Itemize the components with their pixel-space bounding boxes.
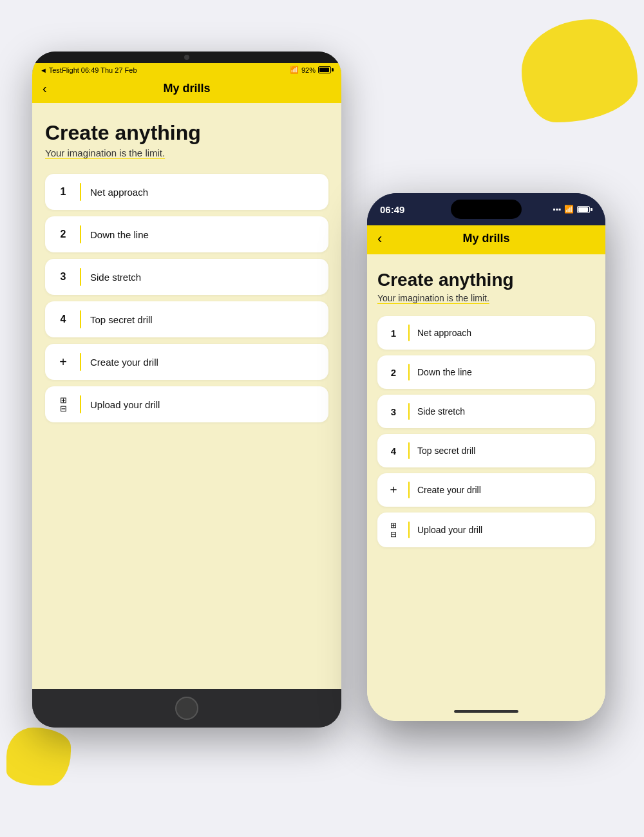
phone-drill-label-4: Top secret drill: [417, 446, 475, 456]
tablet-bottom-bar: [32, 689, 341, 728]
phone-drill-item-1[interactable]: 1 Net approach: [377, 316, 595, 350]
drill-number-3: 3: [55, 271, 71, 283]
phone-drill-label-1: Net approach: [417, 328, 471, 338]
phone-wifi-icon: 📶: [564, 205, 574, 214]
battery-icon: [318, 66, 334, 73]
drill-label-1: Net approach: [90, 187, 148, 198]
tablet-drill-item-2[interactable]: 2 Down the line: [45, 216, 328, 252]
tablet-nav-title: My drills: [163, 82, 210, 95]
tablet-device: ◄ TestFlight 06:49 Thu 27 Feb 📶 92% ‹ My…: [32, 52, 341, 728]
qr-icon: ⊞⊟: [55, 396, 71, 413]
drill-label-3: Side stretch: [90, 272, 141, 283]
phone-drill-number-4: 4: [386, 446, 401, 456]
tablet-drill-item-3[interactable]: 3 Side stretch: [45, 259, 328, 295]
phone-screen: ‹ My drills Create anything Your imagina…: [367, 225, 605, 721]
tablet-headline: Create anything: [45, 121, 328, 145]
phone-top-area: 06:49 ▪▪▪ 📶: [367, 193, 605, 225]
phone-drill-divider-upload: [408, 522, 410, 538]
phone-nav-title: My drills: [462, 232, 509, 245]
phone-subhead: Your imagination is the limit.: [377, 293, 595, 303]
phone-drill-item-create[interactable]: + Create your drill: [377, 473, 595, 507]
phone-plus-icon: +: [386, 483, 401, 497]
tablet-screen: ◄ TestFlight 06:49 Thu 27 Feb 📶 92% ‹ My…: [32, 63, 341, 689]
drill-divider-create: [80, 353, 81, 371]
phone-drill-label-create: Create your drill: [417, 485, 481, 495]
tablet-camera: [184, 55, 189, 60]
tablet-drill-item-upload[interactable]: ⊞⊟ Upload your drill: [45, 386, 328, 422]
phone-qr-icon: ⊞⊟: [386, 521, 401, 539]
tablet-drill-item-4[interactable]: 4 Top secret drill: [45, 301, 328, 337]
tablet-drill-item-create[interactable]: + Create your drill: [45, 344, 328, 380]
phone-home-indicator: [454, 710, 518, 713]
phone-drill-number-1: 1: [386, 328, 401, 339]
wifi-icon: 📶: [290, 66, 299, 74]
phone-drill-number-2: 2: [386, 367, 401, 378]
phone-bottom-bar: [367, 702, 605, 721]
phone-drill-divider-create: [408, 482, 410, 498]
drill-divider-2: [80, 225, 81, 243]
phone-drill-item-3[interactable]: 3 Side stretch: [377, 395, 595, 428]
phone-drill-item-upload[interactable]: ⊞⊟ Upload your drill: [377, 513, 595, 547]
drill-divider-upload: [80, 395, 81, 413]
tablet-drill-list: 1 Net approach 2 Down the line 3 Side st…: [45, 174, 328, 422]
drill-divider-3: [80, 268, 81, 286]
tablet-subhead: Your imagination is the limit.: [45, 147, 328, 158]
drill-label-4: Top secret drill: [90, 314, 153, 325]
splatter-decoration-bottom-left: [6, 728, 71, 785]
tablet-home-button[interactable]: [175, 697, 198, 720]
drill-plus-icon: +: [55, 355, 71, 370]
phone-drill-divider-3: [408, 403, 410, 420]
phone-status-icons: ▪▪▪ 📶: [553, 205, 592, 214]
tablet-nav-bar: ‹ My drills: [32, 77, 341, 103]
phone-drill-label-3: Side stretch: [417, 406, 465, 417]
drill-divider-1: [80, 183, 81, 201]
phone-drill-divider-4: [408, 442, 410, 459]
phone-drill-list: 1 Net approach 2 Down the line 3 Side st…: [377, 316, 595, 547]
phone-drill-number-3: 3: [386, 406, 401, 417]
phone-headline: Create anything: [377, 270, 595, 290]
drill-label-create: Create your drill: [90, 357, 158, 368]
phone-drill-label-2: Down the line: [417, 367, 472, 377]
tablet-status-bar: ◄ TestFlight 06:49 Thu 27 Feb 📶 92%: [32, 63, 341, 77]
tablet-status-left: ◄ TestFlight 06:49 Thu 27 Feb: [40, 66, 137, 74]
tablet-content: Create anything Your imagination is the …: [32, 103, 341, 689]
tablet-camera-bar: [32, 52, 341, 63]
phone-content: Create anything Your imagination is the …: [367, 254, 605, 702]
signal-bars-icon: ▪▪▪: [553, 205, 561, 214]
tablet-status-text: ◄ TestFlight 06:49 Thu 27 Feb: [40, 66, 137, 74]
drill-label-2: Down the line: [90, 229, 149, 240]
phone-drill-divider-2: [408, 364, 410, 381]
drill-number-1: 1: [55, 186, 71, 198]
phone-device: 06:49 ▪▪▪ 📶 ‹ My drills Create anything …: [367, 193, 605, 721]
phone-battery-icon: [577, 206, 592, 213]
phone-drill-divider-1: [408, 324, 410, 341]
phone-drill-label-upload: Upload your drill: [417, 525, 482, 535]
phone-drill-item-4[interactable]: 4 Top secret drill: [377, 434, 595, 467]
phone-notch: [451, 200, 522, 219]
tablet-status-right: 📶 92%: [290, 66, 334, 74]
phone-nav-bar: ‹ My drills: [367, 225, 605, 254]
drill-label-upload: Upload your drill: [90, 399, 160, 410]
drill-number-2: 2: [55, 229, 71, 240]
tablet-back-button[interactable]: ‹: [43, 81, 47, 96]
drill-divider-4: [80, 310, 81, 328]
tablet-battery-text: 92%: [301, 66, 316, 74]
phone-back-button[interactable]: ‹: [377, 230, 382, 247]
drill-number-4: 4: [55, 314, 71, 325]
phone-time: 06:49: [380, 204, 404, 215]
phone-drill-item-2[interactable]: 2 Down the line: [377, 355, 595, 389]
splatter-decoration-top-right: [522, 19, 638, 122]
tablet-drill-item-1[interactable]: 1 Net approach: [45, 174, 328, 210]
